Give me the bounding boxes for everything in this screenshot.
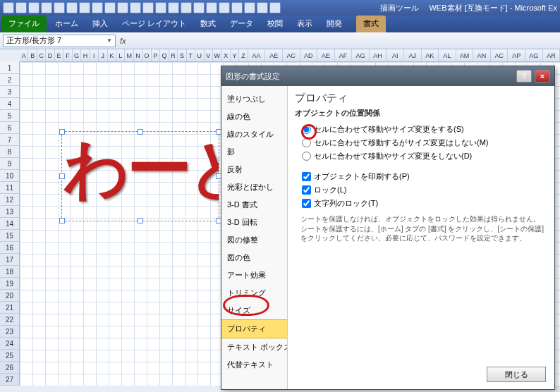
row-header[interactable]: 21 [0, 302, 19, 314]
column-header[interactable]: Z [239, 49, 248, 61]
column-header[interactable]: D [46, 49, 54, 61]
qat-icon[interactable] [16, 2, 27, 13]
column-header[interactable]: I [90, 49, 99, 61]
qat-icon[interactable] [142, 2, 154, 13]
row-header[interactable]: 25 [0, 350, 19, 362]
column-header[interactable]: AF [335, 49, 353, 61]
row-header[interactable]: 19 [0, 278, 19, 290]
resize-handle[interactable] [59, 218, 65, 223]
tab-developer[interactable]: 開発 [319, 16, 349, 32]
row-header[interactable]: 12 [0, 194, 19, 206]
resize-handle[interactable] [59, 129, 65, 135]
name-box[interactable]: 正方形/長方形 7 ▼ [3, 35, 116, 47]
qat-icon[interactable] [181, 2, 192, 13]
column-header[interactable]: G [73, 49, 81, 61]
qat-icon[interactable] [269, 2, 281, 13]
nav-item-11[interactable]: トリミング [221, 284, 287, 302]
checkbox-1[interactable] [302, 185, 311, 195]
qat-icon[interactable] [193, 2, 205, 13]
position-radio-1[interactable] [302, 138, 311, 147]
column-header[interactable]: J [99, 49, 107, 61]
nav-item-10[interactable]: アート効果 [221, 267, 287, 284]
column-header[interactable]: L [116, 49, 125, 61]
nav-item-9[interactable]: 図の色 [221, 249, 287, 267]
column-header[interactable]: AC [283, 49, 300, 61]
column-header[interactable]: B [28, 49, 37, 61]
row-header[interactable]: 3 [0, 86, 19, 98]
qat-icon[interactable] [231, 2, 243, 13]
nav-item-7[interactable]: 3-D 回転 [221, 214, 287, 231]
column-header[interactable]: AM [456, 49, 474, 61]
column-header[interactable]: AG [525, 49, 543, 61]
nav-item-15[interactable]: 代替テキスト [221, 356, 287, 374]
column-header[interactable]: V [205, 49, 213, 61]
column-header[interactable]: AG [352, 49, 370, 61]
qat-icon[interactable] [104, 2, 116, 13]
row-header[interactable]: 17 [0, 254, 19, 266]
qat-icon[interactable] [79, 2, 90, 13]
column-header[interactable]: K [108, 49, 116, 61]
column-header[interactable]: AP [508, 49, 525, 61]
row-header[interactable]: 1 [0, 62, 19, 74]
column-header[interactable]: AI [386, 49, 404, 61]
row-header[interactable]: 22 [0, 314, 19, 326]
nav-item-1[interactable]: 線の色 [221, 108, 287, 125]
nav-item-3[interactable]: 影 [221, 143, 287, 161]
tab-review[interactable]: 校閲 [260, 16, 290, 32]
column-header[interactable]: S [178, 49, 186, 61]
nav-item-12[interactable]: サイズ [221, 302, 287, 319]
qat-icon[interactable] [257, 2, 268, 13]
nav-item-5[interactable]: 光彩とぼかし [221, 178, 287, 196]
column-header[interactable]: Q [160, 49, 169, 61]
nav-item-8[interactable]: 図の修整 [221, 231, 287, 249]
row-header[interactable]: 27 [0, 374, 19, 386]
qat-icon[interactable] [219, 2, 230, 13]
row-header[interactable]: 8 [0, 146, 19, 158]
row-header[interactable]: 15 [0, 230, 19, 242]
nav-item-13[interactable]: プロパティ [221, 319, 287, 338]
close-button[interactable]: 閉じる [487, 367, 546, 382]
qat-icon[interactable] [28, 2, 39, 13]
column-header[interactable]: R [169, 49, 178, 61]
checkbox-2[interactable] [302, 199, 311, 208]
tab-view[interactable]: 表示 [290, 16, 319, 32]
qat-icon[interactable] [66, 2, 78, 13]
column-header[interactable]: Y [231, 49, 239, 61]
row-header[interactable]: 9 [0, 158, 19, 170]
column-header[interactable]: AA [248, 49, 266, 61]
column-header[interactable]: AC [491, 49, 509, 61]
checkbox-0[interactable] [302, 172, 311, 181]
tab-data[interactable]: データ [223, 16, 260, 32]
row-header[interactable]: 5 [0, 110, 19, 122]
column-header[interactable]: AK [422, 49, 439, 61]
row-header[interactable]: 23 [0, 326, 19, 338]
column-header[interactable]: U [195, 49, 204, 61]
fx-label[interactable]: fx [120, 37, 126, 45]
tab-file[interactable]: ファイル [1, 16, 47, 32]
row-header[interactable]: 14 [0, 218, 19, 230]
row-header[interactable]: 7 [0, 134, 19, 146]
tab-page-layout[interactable]: ページ レイアウト [115, 16, 193, 32]
row-header[interactable]: 16 [0, 242, 19, 254]
row-header[interactable]: 6 [0, 122, 19, 134]
nav-item-0[interactable]: 塗りつぶし [221, 90, 287, 108]
column-header[interactable]: T [187, 49, 195, 61]
row-header[interactable]: 4 [0, 98, 19, 110]
help-button[interactable]: ? [516, 70, 532, 82]
qat-icon[interactable] [155, 2, 166, 13]
qat-icon[interactable] [92, 2, 103, 13]
tab-formulas[interactable]: 数式 [193, 16, 223, 32]
row-header[interactable]: 26 [0, 362, 19, 374]
nav-item-2[interactable]: 線のスタイル [221, 125, 287, 143]
nav-item-4[interactable]: 反射 [221, 161, 287, 178]
column-header[interactable]: N [134, 49, 142, 61]
qat-icon[interactable] [168, 2, 179, 13]
column-header[interactable]: AR [543, 49, 560, 61]
column-header[interactable]: C [37, 49, 46, 61]
column-header[interactable]: AE [317, 49, 335, 61]
row-header[interactable]: 20 [0, 290, 19, 302]
chevron-down-icon[interactable]: ▼ [106, 37, 112, 44]
row-header[interactable]: 2 [0, 74, 19, 86]
row-header[interactable]: 18 [0, 266, 19, 278]
column-header[interactable]: X [221, 49, 230, 61]
